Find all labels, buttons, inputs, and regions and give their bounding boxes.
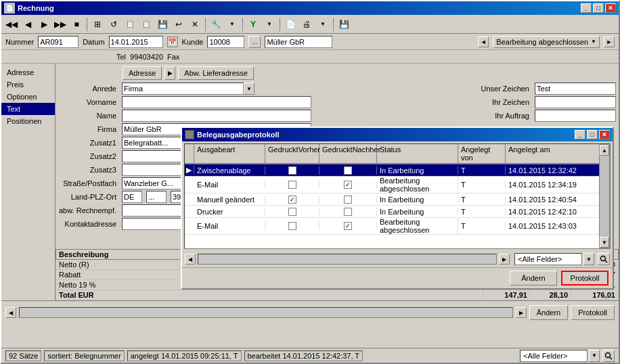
status-nav-right[interactable]: ►: [604, 37, 615, 47]
settings-drop-button[interactable]: ▼: [225, 17, 240, 32]
undo-button[interactable]: ↩: [171, 17, 186, 32]
land-input[interactable]: [122, 191, 142, 203]
dialog-protokoll-button[interactable]: Protokoll: [561, 271, 608, 286]
nav-prev-button[interactable]: ◀: [20, 17, 35, 32]
name-input[interactable]: [122, 110, 311, 122]
unser-zeichen-input[interactable]: [535, 83, 616, 95]
dialog-search-button[interactable]: [598, 253, 610, 265]
search-icon: [604, 352, 613, 360]
row4-status-cell: In Earbeitung: [377, 208, 458, 216]
dialog-vscrollbar[interactable]: ▲ ▼: [599, 144, 610, 248]
ihr-zeichen-label: Ihr Zeichen: [471, 98, 532, 106]
col-gedrucktvorher-header: GedrucktVorher: [265, 144, 319, 163]
table-row[interactable]: E-Mail Bearbeitung abgeschlossen T 14.01…: [185, 218, 599, 235]
kunde-label: Kunde: [182, 38, 204, 46]
adresse-button[interactable]: Adresse: [123, 66, 162, 80]
datum-input[interactable]: [109, 36, 163, 48]
row3-gvorher-checkbox[interactable]: [288, 196, 296, 204]
dialog-footer: Ändern Protokoll: [182, 267, 613, 288]
save-button[interactable]: 💾: [155, 17, 170, 32]
nummer-input[interactable]: [38, 36, 79, 48]
hscroll-left-button[interactable]: ◀: [185, 254, 196, 265]
anrede-input[interactable]: [122, 83, 244, 95]
filter-drop-button[interactable]: ▼: [262, 17, 277, 32]
scroll-right-button[interactable]: ▶: [516, 307, 527, 318]
scroll-left-button[interactable]: ◀: [5, 307, 16, 318]
bearbeitet-label: bearbeitet: [248, 352, 281, 360]
row2-gnachher-checkbox[interactable]: [344, 181, 352, 189]
table-row[interactable]: ▶ Zwischenablage In Earbeitung T 14.01.2…: [185, 164, 599, 177]
ihr-zeichen-input[interactable]: [535, 96, 616, 108]
nav-stop-button[interactable]: ■: [69, 17, 84, 32]
row3-gnachher-checkbox[interactable]: [344, 196, 352, 204]
row5-gnachher-cell: [319, 222, 377, 230]
dialog-minimize-button[interactable]: _: [575, 130, 585, 139]
vorname-row: Vorname Ihr Zeichen: [58, 96, 616, 108]
ihr-auftrag-input[interactable]: [535, 110, 616, 122]
settings-button[interactable]: 🔧: [208, 17, 223, 32]
table-row[interactable]: Manuell geändert In Earbeitung T 14.01.2…: [185, 194, 599, 206]
row2-angelegt-am-cell: 14.01.2015 12:34:19: [506, 181, 580, 189]
row1-gvorher-checkbox[interactable]: [288, 166, 296, 175]
row1-gnachher-checkbox[interactable]: [344, 166, 352, 175]
sidebar-item-text[interactable]: Text: [1, 103, 55, 115]
maximize-button[interactable]: □: [593, 3, 604, 13]
sidebar-item-positionen[interactable]: Positionen: [1, 115, 55, 127]
sidebar-item-adresse[interactable]: Adresse: [1, 66, 55, 78]
row5-gvorher-checkbox[interactable]: [288, 222, 296, 230]
anrede-dropdown-button[interactable]: ▼: [244, 83, 254, 95]
print-button[interactable]: 🖨: [299, 17, 314, 32]
row2-gvorher-checkbox[interactable]: [288, 181, 296, 189]
dialog-maximize-button[interactable]: □: [587, 130, 598, 139]
sidebar-item-preis[interactable]: Preis: [1, 78, 55, 91]
bearbeitung-dropdown[interactable]: Bearbeitung abgeschlossen ▼: [493, 36, 600, 48]
adresse-nav-button[interactable]: ▶: [164, 66, 175, 80]
status-nav-left[interactable]: ◄: [478, 37, 489, 47]
row4-gnachher-checkbox[interactable]: [344, 208, 352, 216]
doc-button[interactable]: 📄: [283, 17, 298, 32]
kunde-input[interactable]: [207, 36, 244, 48]
aendern-button[interactable]: Ändern: [529, 305, 568, 320]
print-drop-button[interactable]: ▼: [315, 17, 330, 32]
close-button[interactable]: ✕: [605, 3, 616, 13]
nav-next-button[interactable]: ▶: [37, 17, 51, 32]
delete-button[interactable]: ✕: [187, 17, 202, 32]
search-button[interactable]: [602, 350, 615, 362]
row2-angelegt-von-cell: T: [458, 181, 506, 189]
filter-input[interactable]: [520, 350, 588, 362]
dialog-filter-dropdown-button[interactable]: ▼: [583, 253, 594, 265]
refresh-button[interactable]: ↺: [106, 17, 121, 32]
dialog-close-button[interactable]: ✕: [599, 130, 610, 139]
grid-button[interactable]: ⊞: [90, 17, 105, 32]
vorname-input[interactable]: [122, 96, 311, 108]
dialog-aendern-button[interactable]: Ändern: [510, 271, 557, 286]
copy-button[interactable]: 📋: [123, 17, 137, 32]
protokoll-main-button[interactable]: Protokoll: [571, 305, 615, 320]
minimize-button[interactable]: _: [581, 3, 592, 13]
svg-point-0: [606, 352, 611, 357]
export-button[interactable]: 💾: [336, 17, 351, 32]
table-row[interactable]: E-Mail Bearbeitung abgeschlossen T 14.01…: [185, 177, 599, 194]
scroll-up-button[interactable]: ▲: [600, 145, 609, 156]
filter-dropdown-button[interactable]: ▼: [589, 350, 600, 362]
horizontal-scrollbar[interactable]: [19, 307, 513, 318]
row4-gvorher-checkbox[interactable]: [288, 208, 296, 216]
filter-button[interactable]: Y: [246, 17, 261, 32]
datum-calendar-button[interactable]: 📅: [167, 37, 178, 47]
scroll-down-button[interactable]: ▼: [600, 237, 609, 248]
sidebar-item-optionen[interactable]: Optionen: [1, 91, 55, 103]
toolbar: ◀◀ ◀ ▶ ▶▶ ■ ⊞ ↺ 📋 📋 💾 ↩ ✕ 🔧 ▼ Y ▼ 📄 🖨 ▼ …: [1, 15, 619, 34]
hscroll-right-button[interactable]: ▶: [499, 254, 510, 265]
paste-button[interactable]: 📋: [139, 17, 154, 32]
row1-gnachher-cell: [319, 166, 377, 175]
plz-input[interactable]: [146, 191, 167, 203]
kunde-name-input[interactable]: [265, 36, 332, 48]
dialog-hscrollbar[interactable]: [198, 254, 497, 265]
dialog-filter-input[interactable]: [514, 253, 582, 265]
kunde-search-button[interactable]: ...: [248, 36, 261, 48]
nav-last-button[interactable]: ▶▶: [53, 17, 68, 32]
table-row[interactable]: Drucker In Earbeitung T 14.01.2015 12:42…: [185, 206, 599, 218]
nav-first-button[interactable]: ◀◀: [4, 17, 19, 32]
row5-gnachher-checkbox[interactable]: [344, 222, 352, 230]
abw-lieferadresse-button[interactable]: Abw. Lieferadresse: [178, 66, 254, 80]
